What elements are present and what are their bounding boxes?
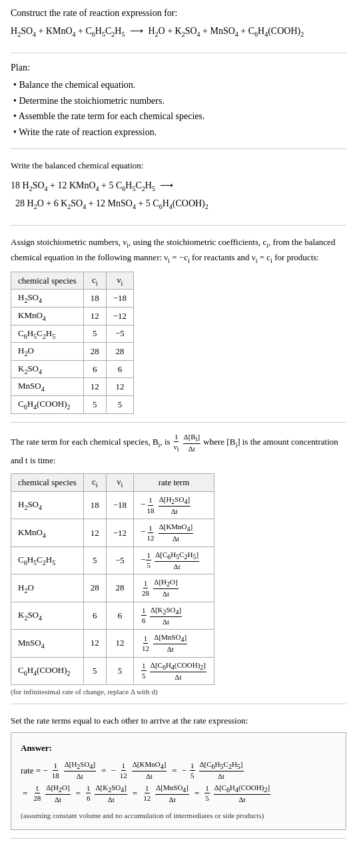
species-cell: KMnO4 [11, 519, 84, 546]
species-cell: H2O [11, 574, 84, 602]
answer-row-1: rate = − 118 Δ[H2SO4]Δt = − 112 Δ[KMnO4]… [21, 760, 336, 781]
vi-cell: 5 [106, 657, 133, 684]
page-title: Construct the rate of reaction expressio… [11, 8, 346, 19]
col-rate: rate term [134, 474, 214, 492]
rate-cell: 128 Δ[H2O]Δt [134, 574, 214, 602]
species-cell: C6H5C2H5 [11, 546, 84, 574]
vi-cell: 6 [106, 602, 133, 629]
species-cell: C6H4(COOH)2 [11, 396, 84, 414]
ci-cell: 5 [83, 657, 106, 684]
rate-cell: 16 Δ[K2SO4]Δt [134, 602, 214, 629]
rate-term-note: (for infinitesimal rate of change, repla… [11, 688, 346, 696]
rate-cell: −15 Δ[C6H5C2H5]Δt [134, 546, 214, 574]
vi-cell: −5 [106, 325, 133, 343]
header-section: Construct the rate of reaction expressio… [11, 8, 346, 53]
ci-cell: 6 [83, 360, 106, 378]
stoich-description: Assign stoichiometric numbers, νi, using… [11, 235, 346, 266]
rate-term-table: chemical species ci νi rate term H2SO4 1… [11, 473, 214, 685]
ci-cell: 12 [83, 519, 106, 546]
vi-cell: 6 [106, 360, 133, 378]
rate-cell: 112 Δ[MnSO4]Δt [134, 630, 214, 657]
col-species: chemical species [11, 272, 84, 290]
plan-step-3: Assemble the rate term for each chemical… [13, 108, 346, 124]
ci-cell: 5 [83, 396, 106, 414]
col-ci: ci [83, 272, 106, 290]
vi-cell: 28 [106, 574, 133, 602]
plan-step-4: Write the rate of reaction expression. [13, 124, 346, 140]
vi-cell: −12 [106, 308, 133, 326]
rate-cell: −112 Δ[KMnO4]Δt [134, 519, 214, 546]
table-row: H2SO4 18 −18 [11, 290, 134, 308]
plan-step-1: Balance the chemical equation. [13, 77, 346, 93]
vi-cell: −18 [106, 290, 133, 308]
ci-cell: 12 [83, 378, 106, 396]
col-vi: νi [106, 272, 133, 290]
rate-term-section: The rate term for each chemical species,… [11, 432, 346, 705]
ci-cell: 5 [83, 546, 106, 574]
species-cell: KMnO4 [11, 308, 84, 326]
ci-cell: 18 [83, 491, 106, 519]
ci-cell: 5 [83, 325, 106, 343]
stoich-table: chemical species ci νi H2SO4 18 −18 KMnO… [11, 272, 134, 414]
vi-cell: 28 [106, 343, 133, 361]
plan-label: Plan: [11, 63, 346, 73]
rate-cell: 15 Δ[C6H4(COOH)2]Δt [134, 657, 214, 684]
answer-section: Set the rate terms equal to each other t… [11, 714, 346, 839]
rate-label: rate = − [21, 762, 48, 779]
ci-cell: 6 [83, 602, 106, 629]
table-row: C6H5C2H5 5 −5 [11, 325, 134, 343]
col-ci-rt: ci [83, 474, 106, 492]
ci-cell: 12 [83, 630, 106, 657]
vi-cell: −5 [106, 546, 133, 574]
set-equal-text: Set the rate terms equal to each other t… [11, 714, 346, 728]
table-row: C6H5C2H5 5 −5 −15 Δ[C6H5C2H5]Δt [11, 546, 214, 574]
ci-cell: 12 [83, 308, 106, 326]
plan-list: Balance the chemical equation. Determine… [13, 77, 346, 140]
table-row: MnSO4 12 12 [11, 378, 134, 396]
answer-box: Answer: rate = − 118 Δ[H2SO4]Δt = − 112 … [11, 732, 346, 830]
vi-cell: −12 [106, 519, 133, 546]
table-row: KMnO4 12 −12 −112 Δ[KMnO4]Δt [11, 519, 214, 546]
species-cell: C6H4(COOH)2 [11, 657, 84, 684]
balanced-equation: 18 H2SO4 + 12 KMnO4 + 5 C6H5C2H5 ⟶ 28 H2… [11, 177, 346, 213]
rate-term-description: The rate term for each chemical species,… [11, 432, 346, 469]
rate-cell: −118 Δ[H2SO4]Δt [134, 491, 214, 519]
answer-label: Answer: [21, 740, 336, 757]
table-row: KMnO4 12 −12 [11, 308, 134, 326]
table-row: K2SO4 6 6 [11, 360, 134, 378]
vi-cell: 12 [106, 378, 133, 396]
col-species-rt: chemical species [11, 474, 84, 492]
plan-step-2: Determine the stoichiometric numbers. [13, 93, 346, 109]
reaction-equation: H2SO4 + KMnO4 + C6H5C2H5 ⟶ H2O + K2SO4 +… [11, 23, 346, 41]
col-vi-rt: νi [106, 474, 133, 492]
table-row: K2SO4 6 6 16 Δ[K2SO4]Δt [11, 602, 214, 629]
table-row: H2O 28 28 [11, 343, 134, 361]
table-row: H2SO4 18 −18 −118 Δ[H2SO4]Δt [11, 491, 214, 519]
species-cell: C6H5C2H5 [11, 325, 84, 343]
table-row: C6H4(COOH)2 5 5 15 Δ[C6H4(COOH)2]Δt [11, 657, 214, 684]
table-row: H2O 28 28 128 Δ[H2O]Δt [11, 574, 214, 602]
vi-cell: −18 [106, 491, 133, 519]
balanced-equation-section: Write the balanced chemical equation: 18… [11, 158, 346, 226]
vi-cell: 12 [106, 630, 133, 657]
species-cell: MnSO4 [11, 630, 84, 657]
table-row: MnSO4 12 12 112 Δ[MnSO4]Δt [11, 630, 214, 657]
species-cell: K2SO4 [11, 360, 84, 378]
plan-section: Plan: Balance the chemical equation. Det… [11, 63, 346, 149]
vi-cell: 5 [106, 396, 133, 414]
answer-row-2: = 128 Δ[H2O]Δt = 16 Δ[K2SO4]Δt = 112 Δ[M… [21, 783, 336, 804]
ci-cell: 28 [83, 343, 106, 361]
ci-cell: 18 [83, 290, 106, 308]
species-cell: H2SO4 [11, 290, 84, 308]
species-cell: K2SO4 [11, 602, 84, 629]
stoich-section: Assign stoichiometric numbers, νi, using… [11, 235, 346, 423]
balanced-eq-label: Write the balanced chemical equation: [11, 158, 346, 173]
species-cell: MnSO4 [11, 378, 84, 396]
species-cell: H2SO4 [11, 491, 84, 519]
species-cell: H2O [11, 343, 84, 361]
table-row: C6H4(COOH)2 5 5 [11, 396, 134, 414]
answer-note: (assuming constant volume and no accumul… [21, 808, 336, 823]
ci-cell: 28 [83, 574, 106, 602]
